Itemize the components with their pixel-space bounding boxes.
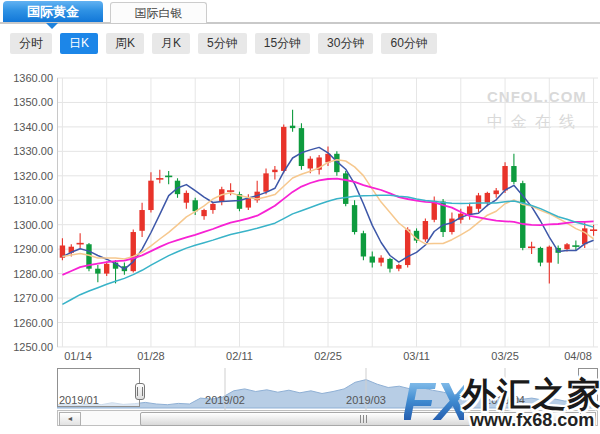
svg-text:02/11: 02/11	[226, 350, 253, 362]
svg-text:1300.00: 1300.00	[13, 219, 53, 231]
period-button-4[interactable]: 5分钟	[198, 33, 247, 54]
svg-text:1320.00: 1320.00	[13, 170, 53, 182]
gold-chart-app: 国际黄金 国际白银 分时日K周K月K5分钟15分钟30分钟60分钟 CNFOL.…	[0, 0, 600, 434]
svg-text:1330.00: 1330.00	[13, 145, 53, 157]
svg-text:1250.00: 1250.00	[13, 341, 53, 353]
svg-text:1360.00: 1360.00	[13, 72, 53, 84]
svg-text:01/14: 01/14	[64, 350, 92, 362]
h-scrollbar[interactable]: ◄ ►	[57, 410, 598, 426]
svg-text:1350.00: 1350.00	[13, 96, 53, 108]
period-button-2[interactable]: 周K	[106, 33, 144, 54]
svg-text:1340.00: 1340.00	[13, 121, 53, 133]
tab-international-silver[interactable]: 国际白银	[110, 2, 207, 23]
svg-text:1290.00: 1290.00	[13, 243, 53, 255]
scroll-right-button[interactable]: ►	[580, 412, 596, 426]
thumb-grip-icon	[360, 415, 368, 423]
svg-text:04/08: 04/08	[564, 350, 592, 362]
tab-silver-label: 国际白银	[135, 6, 183, 20]
period-button-1[interactable]: 日K	[60, 33, 98, 54]
period-toolbar: 分时日K周K月K5分钟15分钟30分钟60分钟	[10, 33, 445, 55]
scroll-left-button[interactable]: ◄	[59, 412, 81, 426]
period-button-0[interactable]: 分时	[10, 33, 52, 54]
navigator-month-label-3: 2019/04	[485, 394, 525, 406]
svg-text:03/11: 03/11	[403, 350, 430, 362]
navigator-month-label-0: 2019/01	[59, 394, 99, 406]
navigator-month-label-1: 2019/02	[205, 394, 245, 406]
svg-text:1280.00: 1280.00	[13, 268, 53, 280]
period-button-6[interactable]: 30分钟	[318, 33, 373, 54]
period-button-3[interactable]: 月K	[152, 33, 190, 54]
svg-text:03/25: 03/25	[491, 350, 519, 362]
period-button-7[interactable]: 60分钟	[381, 33, 436, 54]
tab-international-gold[interactable]: 国际黄金	[3, 1, 103, 22]
navigator-left-handle[interactable]	[135, 383, 145, 400]
svg-text:1260.00: 1260.00	[13, 317, 53, 329]
grip-icon	[575, 387, 581, 396]
svg-text:02/25: 02/25	[314, 350, 342, 362]
period-button-5[interactable]: 15分钟	[255, 33, 310, 54]
grip-icon	[137, 387, 143, 396]
svg-text:01/28: 01/28	[137, 350, 165, 362]
scrollbar-thumb[interactable]	[140, 412, 587, 426]
svg-text:1270.00: 1270.00	[13, 292, 53, 304]
navigator-right-handle[interactable]	[573, 383, 583, 400]
tab-gold-label: 国际黄金	[27, 4, 79, 19]
svg-text:1310.00: 1310.00	[13, 194, 53, 206]
tab-bar: 国际黄金 国际白银	[0, 0, 600, 24]
candlestick-chart[interactable]: 1360.001350.001340.001330.001320.001310.…	[0, 63, 600, 368]
active-tab-pointer-icon	[46, 23, 58, 29]
navigator-month-label-2: 2019/03	[346, 394, 386, 406]
